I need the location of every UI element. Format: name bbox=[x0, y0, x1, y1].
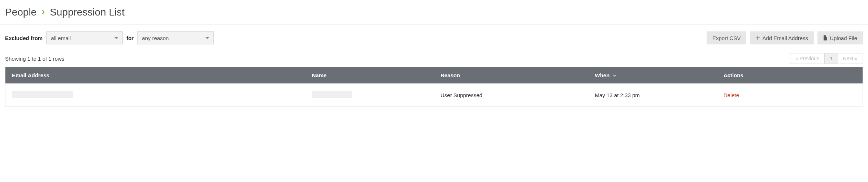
cell-actions: Delete bbox=[717, 84, 863, 107]
upload-file-button[interactable]: Upload File bbox=[817, 31, 863, 44]
excluded-from-select[interactable]: all email bbox=[46, 31, 123, 44]
excluded-from-label: Excluded from bbox=[5, 35, 43, 41]
suppression-table: Email Address Name Reason When Actions bbox=[5, 67, 863, 107]
redacted-email bbox=[12, 91, 73, 98]
export-csv-button[interactable]: Export CSV bbox=[707, 31, 746, 44]
page: People › Suppression List Excluded from … bbox=[0, 0, 868, 114]
cell-name bbox=[305, 84, 434, 107]
filter-toolbar: Excluded from all email for any reason E… bbox=[5, 31, 863, 44]
col-header-reason[interactable]: Reason bbox=[434, 67, 589, 84]
upload-file-label: Upload File bbox=[830, 35, 857, 41]
table-header-row: Email Address Name Reason When Actions bbox=[5, 67, 863, 84]
col-header-email[interactable]: Email Address bbox=[5, 67, 305, 84]
pagination-prev[interactable]: « Previous bbox=[790, 53, 825, 64]
col-header-actions: Actions bbox=[717, 67, 863, 84]
pagination: « Previous 1 Next » bbox=[790, 53, 863, 64]
listing-meta: Showing 1 to 1 of 1 rows « Previous 1 Ne… bbox=[5, 53, 863, 64]
breadcrumb-parent[interactable]: People bbox=[5, 6, 36, 18]
file-icon bbox=[823, 35, 828, 40]
excluded-from-value: all email bbox=[51, 35, 71, 41]
breadcrumb-current: Suppression List bbox=[50, 6, 125, 18]
export-csv-label: Export CSV bbox=[712, 35, 741, 41]
caret-down-icon bbox=[114, 37, 118, 39]
breadcrumb: People › Suppression List bbox=[5, 4, 863, 25]
col-header-when[interactable]: When bbox=[589, 67, 717, 84]
caret-down-icon bbox=[205, 37, 209, 39]
cell-email bbox=[5, 84, 305, 107]
cell-when: May 13 at 2:33 pm bbox=[589, 84, 717, 107]
add-email-button[interactable]: Add Email Address bbox=[750, 31, 814, 44]
divider bbox=[0, 25, 868, 25]
cell-reason: User Suppressed bbox=[434, 84, 589, 107]
sort-desc-icon bbox=[613, 72, 616, 78]
table-row: User Suppressed May 13 at 2:33 pm Delete bbox=[5, 84, 863, 107]
delete-link[interactable]: Delete bbox=[724, 92, 739, 98]
col-header-name[interactable]: Name bbox=[305, 67, 434, 84]
pagination-page-1[interactable]: 1 bbox=[825, 53, 838, 64]
pagination-next[interactable]: Next » bbox=[838, 53, 863, 64]
showing-text: Showing 1 to 1 of 1 rows bbox=[5, 56, 64, 62]
plus-icon bbox=[756, 36, 760, 40]
reason-select[interactable]: any reason bbox=[137, 31, 214, 44]
chevron-right-icon: › bbox=[42, 6, 45, 17]
reason-value: any reason bbox=[142, 35, 169, 41]
add-email-label: Add Email Address bbox=[762, 35, 808, 41]
for-label: for bbox=[126, 35, 134, 41]
redacted-name bbox=[312, 91, 352, 98]
col-header-when-label: When bbox=[595, 72, 610, 78]
